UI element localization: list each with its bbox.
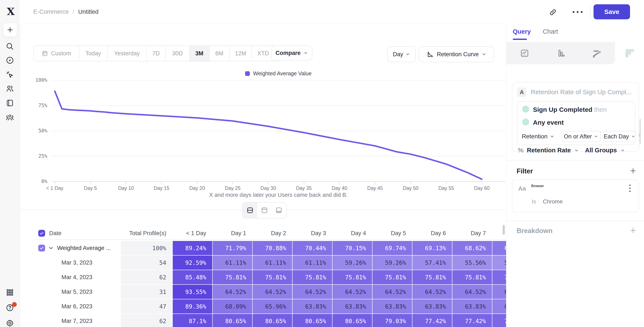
view-chart-button[interactable] xyxy=(257,203,272,218)
retention-cell[interactable]: 64.52% xyxy=(292,285,332,299)
settings-gear-icon[interactable] xyxy=(6,319,14,327)
retention-cell[interactable]: 55.56% xyxy=(452,256,492,270)
step1-row[interactable]: Sign Up Completed then xyxy=(533,106,606,113)
retention-cell[interactable]: 68.62% xyxy=(452,241,492,255)
retention-cell[interactable]: 80.65% xyxy=(252,314,292,327)
retention-cell[interactable]: 93.55% xyxy=(173,285,212,299)
retention-cell[interactable]: 79.03% xyxy=(372,314,412,327)
retention-cell[interactable]: 65.96% xyxy=(252,299,292,314)
kebab-menu-icon[interactable] xyxy=(629,185,631,192)
retention-cell[interactable]: 75.81% xyxy=(372,270,412,284)
filter-item-card[interactable]: Aa Browser Is Chrome xyxy=(512,179,639,212)
compass-icon[interactable] xyxy=(6,56,14,65)
retention-cell[interactable]: 64.52% xyxy=(332,285,372,299)
retention-cell[interactable]: 80.65% xyxy=(213,314,252,327)
retention-cell[interactable]: 61.11% xyxy=(213,256,252,270)
retention-cell[interactable]: 75.81% xyxy=(213,270,252,284)
retention-cell-partial[interactable]: 74 xyxy=(492,270,506,284)
retention-cell[interactable]: 63.83% xyxy=(292,299,332,314)
retention-cell[interactable]: 69.74% xyxy=(372,241,412,255)
row-checkbox[interactable] xyxy=(38,245,45,252)
row-date-cell[interactable]: Mar 5, 2023 xyxy=(34,285,120,299)
share-link-icon[interactable] xyxy=(549,8,557,16)
query-title[interactable]: Retention Rate of Sign Up Compl... xyxy=(531,88,634,96)
view-split-button[interactable] xyxy=(243,203,257,218)
retention-cell[interactable]: 75.81% xyxy=(452,270,492,284)
retention-cell[interactable]: 64.52% xyxy=(213,285,252,299)
save-button[interactable]: Save xyxy=(594,4,630,19)
range-today[interactable]: Today xyxy=(79,46,108,61)
retention-cell-partial[interactable]: 75 xyxy=(492,314,506,327)
retention-cell[interactable]: 69.13% xyxy=(412,241,452,255)
retention-cell-partial[interactable]: 55 xyxy=(492,256,506,270)
retention-cell[interactable]: 70.88% xyxy=(252,241,292,255)
step2-event[interactable]: Any event xyxy=(533,119,564,126)
row-date-cell[interactable]: Weighted Average ... xyxy=(34,241,120,255)
metric-dropdown[interactable]: Retention Rate xyxy=(527,147,571,154)
retention-cell[interactable]: 61.11% xyxy=(252,256,292,270)
breadcrumb-current[interactable]: Untitled xyxy=(78,8,98,15)
retention-cell[interactable]: 71.79% xyxy=(213,241,252,255)
retention-cell[interactable]: 77.42% xyxy=(412,314,452,327)
users-group-icon[interactable] xyxy=(6,113,14,122)
apps-grid-icon[interactable] xyxy=(6,288,14,297)
retention-cell[interactable]: 75.81% xyxy=(252,270,292,284)
retention-cell[interactable]: 85.48% xyxy=(173,270,212,284)
retention-cell[interactable]: 63.83% xyxy=(452,299,492,314)
library-panel-icon[interactable] xyxy=(6,99,14,107)
retention-cell[interactable]: 59.26% xyxy=(332,256,372,270)
retention-cell[interactable]: 77.42% xyxy=(452,314,492,327)
retention-cell[interactable]: 63.83% xyxy=(372,299,412,314)
query-type-funnel-tab[interactable] xyxy=(542,42,578,64)
retention-cell[interactable]: 64.52% xyxy=(412,285,452,299)
retention-cell[interactable]: 64.52% xyxy=(452,285,492,299)
range-30d[interactable]: 30D xyxy=(166,46,190,61)
tab-chart[interactable]: Chart xyxy=(543,28,558,35)
retention-cell[interactable]: 80.65% xyxy=(292,314,332,327)
range-7d[interactable]: 7D xyxy=(147,46,166,61)
retention-cell[interactable]: 64.52% xyxy=(372,285,412,299)
row-date-cell[interactable]: Mar 3, 2023 xyxy=(34,256,120,270)
range-12m[interactable]: 12M xyxy=(230,46,252,61)
retention-cell[interactable]: 89.24% xyxy=(173,241,212,255)
retention-cell[interactable]: 75.81% xyxy=(332,270,372,284)
add-filter-icon[interactable] xyxy=(629,167,637,175)
cursor-click-icon[interactable] xyxy=(6,70,14,79)
expand-caret-icon[interactable] xyxy=(48,245,54,251)
app-logo[interactable]: X xyxy=(5,5,16,17)
retention-cell-partial[interactable]: 63 xyxy=(492,299,506,314)
retention-mode-dropdown[interactable]: Retention xyxy=(522,133,554,140)
row-date-cell[interactable]: Mar 7, 2023 xyxy=(34,314,120,327)
retention-cell-partial[interactable]: 64 xyxy=(492,285,506,299)
new-report-button[interactable] xyxy=(3,23,17,37)
operator-dropdown[interactable]: On or After xyxy=(561,131,601,142)
retention-cell[interactable]: 61.11% xyxy=(292,256,332,270)
query-type-insights-tab[interactable] xyxy=(506,42,542,64)
compare-button[interactable]: Compare xyxy=(271,45,312,60)
chart-type-dropdown[interactable]: Retention Curve xyxy=(419,46,494,62)
retention-cell[interactable]: 89.36% xyxy=(173,299,212,314)
more-options-button[interactable] xyxy=(572,9,584,14)
panel-scrollbar[interactable] xyxy=(640,119,641,144)
search-icon[interactable] xyxy=(6,42,14,51)
add-breakdown-icon[interactable] xyxy=(629,227,637,234)
view-table-button[interactable] xyxy=(272,203,286,218)
range-6m[interactable]: 6M xyxy=(210,46,230,61)
users-two-icon[interactable] xyxy=(6,84,14,93)
breadcrumb-parent[interactable]: E-Commerce xyxy=(33,8,69,15)
retention-cell[interactable]: 64.52% xyxy=(252,285,292,299)
range-3m[interactable]: 3M xyxy=(190,46,210,61)
retention-cell[interactable]: 70.15% xyxy=(332,241,372,255)
row-date-cell[interactable]: Mar 4, 2023 xyxy=(34,270,120,284)
range-yesterday[interactable]: Yesterday xyxy=(108,46,147,61)
retention-cell[interactable]: 75.81% xyxy=(412,270,452,284)
retention-cell[interactable]: 63.83% xyxy=(332,299,372,314)
header-checkbox[interactable] xyxy=(38,230,45,237)
retention-cell[interactable]: 87.1% xyxy=(173,314,212,327)
groups-dropdown[interactable]: All Groups xyxy=(585,147,617,154)
table-scrollbar[interactable] xyxy=(503,225,505,235)
query-type-flows-tab[interactable] xyxy=(579,42,615,64)
retention-cell-partial[interactable]: 68 xyxy=(492,241,506,255)
granularity-dropdown[interactable]: Day xyxy=(387,46,416,62)
retention-cell[interactable]: 68.09% xyxy=(213,299,252,314)
